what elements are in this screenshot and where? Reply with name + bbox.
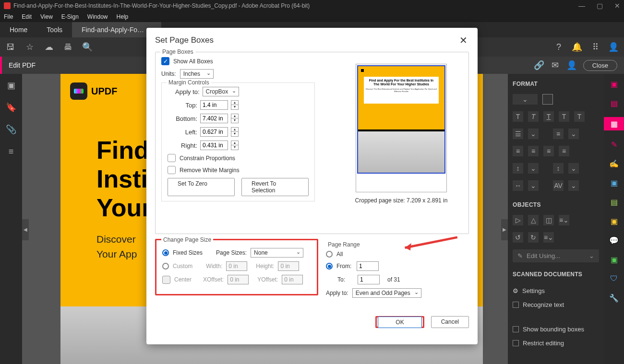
- from-radio[interactable]: [326, 263, 333, 270]
- bullet-list-icon[interactable]: ☰: [513, 129, 523, 139]
- line-spacing-icon[interactable]: ↕: [513, 163, 523, 174]
- edit-using-button[interactable]: ✎ Edit Using... ⌄: [513, 249, 599, 262]
- superscript-icon[interactable]: T: [559, 111, 569, 122]
- comment-icon[interactable]: 💬: [609, 235, 619, 246]
- range-apply-to-select[interactable]: Even and Odd Pages: [352, 288, 421, 298]
- italic-icon[interactable]: T: [528, 111, 539, 122]
- flip-h-icon[interactable]: ▷: [513, 215, 523, 225]
- bottom-input[interactable]: [200, 114, 228, 123]
- menu-view[interactable]: View: [40, 13, 53, 20]
- fixed-sizes-radio[interactable]: [162, 249, 169, 256]
- edit-pdf-icon[interactable]: ▦: [604, 117, 624, 130]
- char-spacing-icon[interactable]: AV: [553, 180, 564, 191]
- align-center-icon[interactable]: ≡: [528, 146, 539, 156]
- close-panel-button[interactable]: Close: [583, 60, 617, 71]
- apps-icon[interactable]: ⠿: [590, 42, 600, 52]
- color-swatch[interactable]: [542, 94, 553, 105]
- attachment-icon[interactable]: 📎: [6, 125, 16, 134]
- remove-white-checkbox[interactable]: ✓: [168, 166, 176, 174]
- protect-icon[interactable]: 🛡: [609, 273, 619, 284]
- char-dropdown-icon[interactable]: ⌄: [568, 180, 579, 191]
- expand-left-icon[interactable]: ◀: [22, 219, 29, 240]
- right-input[interactable]: [200, 141, 228, 150]
- send-comment-icon[interactable]: ▣: [609, 216, 619, 226]
- align-left-icon[interactable]: ≡: [513, 146, 523, 156]
- dialog-close-icon[interactable]: ✕: [457, 35, 469, 46]
- print-icon[interactable]: 🖶: [63, 42, 73, 52]
- maximize-icon[interactable]: ▢: [597, 2, 603, 10]
- to-input[interactable]: [358, 275, 380, 284]
- from-input[interactable]: [357, 261, 379, 271]
- show-all-boxes-checkbox[interactable]: ✓: [161, 57, 169, 65]
- bookmark-icon[interactable]: 🔖: [6, 103, 16, 112]
- save-icon[interactable]: 🖫: [6, 42, 15, 52]
- left-spinner[interactable]: ▴▾: [231, 127, 239, 137]
- settings-button[interactable]: ⚙ Settings: [513, 287, 599, 294]
- menu-edit[interactable]: Edit: [22, 13, 32, 20]
- align-justify-icon[interactable]: ≡: [559, 146, 569, 156]
- bounding-checkbox[interactable]: [513, 326, 519, 332]
- flip-v-icon[interactable]: △: [528, 215, 539, 225]
- menu-help[interactable]: Help: [117, 13, 129, 20]
- rotate-right-icon[interactable]: ↻: [528, 232, 539, 243]
- mail-icon[interactable]: ✉: [551, 60, 560, 70]
- account-icon[interactable]: 👤: [609, 42, 618, 52]
- help-icon[interactable]: ?: [554, 42, 564, 52]
- top-input[interactable]: [200, 100, 228, 110]
- list-dropdown-icon[interactable]: ⌄: [528, 129, 539, 139]
- expand-right-icon[interactable]: ▶: [501, 219, 508, 240]
- constrain-checkbox[interactable]: ✓: [168, 154, 176, 162]
- layers-icon[interactable]: ≡: [6, 147, 16, 156]
- ok-button[interactable]: OK: [378, 317, 421, 328]
- cancel-button[interactable]: Cancel: [431, 316, 469, 328]
- search-icon[interactable]: 🔍: [83, 42, 92, 52]
- left-input[interactable]: [200, 127, 228, 137]
- spacing-dropdown-icon[interactable]: ⌄: [528, 163, 539, 174]
- units-select[interactable]: Inches: [180, 69, 214, 79]
- underline-icon[interactable]: T: [543, 111, 554, 122]
- subscript-icon[interactable]: T: [574, 111, 585, 122]
- export-icon[interactable]: ▣: [609, 177, 619, 188]
- restrict-checkbox[interactable]: [513, 340, 519, 346]
- align-objects-icon[interactable]: ≡⌄: [543, 232, 554, 243]
- align-right-icon[interactable]: ≡: [543, 146, 554, 156]
- rotate-left-icon[interactable]: ↺: [513, 232, 523, 243]
- set-to-zero-button[interactable]: Set To Zero: [168, 178, 235, 196]
- tab-home[interactable]: Home: [0, 22, 37, 37]
- organize-icon[interactable]: ▤: [609, 197, 619, 207]
- star-icon[interactable]: ☆: [25, 42, 35, 52]
- font-dropdown-icon[interactable]: ⌄: [513, 94, 538, 105]
- right-spinner[interactable]: ▴▾: [231, 141, 239, 150]
- apply-to-select[interactable]: CropBox: [203, 87, 240, 96]
- scan-icon[interactable]: ▣: [609, 254, 619, 265]
- link-icon[interactable]: 🔗: [534, 60, 544, 70]
- close-window-icon[interactable]: ✕: [614, 2, 620, 10]
- recognize-checkbox[interactable]: [513, 302, 519, 308]
- signature-icon[interactable]: ✍: [609, 158, 619, 169]
- combine-icon[interactable]: ▤: [609, 98, 619, 108]
- crop-icon[interactable]: ◫: [543, 215, 554, 225]
- para-dropdown-icon[interactable]: ⌄: [568, 163, 579, 174]
- arrange-icon[interactable]: ≡⌄: [559, 215, 569, 225]
- top-spinner[interactable]: ▴▾: [231, 100, 239, 110]
- menu-file[interactable]: File: [4, 13, 13, 20]
- horizontal-scale-icon[interactable]: ↔: [513, 180, 523, 191]
- sign-icon[interactable]: ✎: [609, 139, 619, 150]
- minimize-icon[interactable]: —: [578, 2, 585, 10]
- bottom-spinner[interactable]: ▴▾: [231, 114, 239, 123]
- text-t-icon[interactable]: T: [513, 111, 523, 122]
- hscale-dropdown-icon[interactable]: ⌄: [528, 180, 539, 191]
- custom-radio[interactable]: [162, 263, 169, 270]
- numlist-dropdown-icon[interactable]: ⌄: [568, 129, 579, 139]
- paragraph-spacing-icon[interactable]: ↕: [553, 163, 564, 174]
- bell-icon[interactable]: 🔔: [572, 42, 582, 52]
- menu-esign[interactable]: E-Sign: [61, 13, 79, 20]
- thumbnails-icon[interactable]: ▣: [6, 81, 16, 90]
- create-pdf-icon[interactable]: ▣: [609, 79, 619, 89]
- cloud-icon[interactable]: ☁: [44, 42, 54, 52]
- tab-tools[interactable]: Tools: [37, 22, 72, 37]
- user-share-icon[interactable]: 👤: [567, 60, 576, 70]
- page-sizes-select[interactable]: None: [251, 248, 303, 258]
- numbered-list-icon[interactable]: ≡: [553, 129, 564, 139]
- more-tools-icon[interactable]: 🔧: [609, 293, 619, 303]
